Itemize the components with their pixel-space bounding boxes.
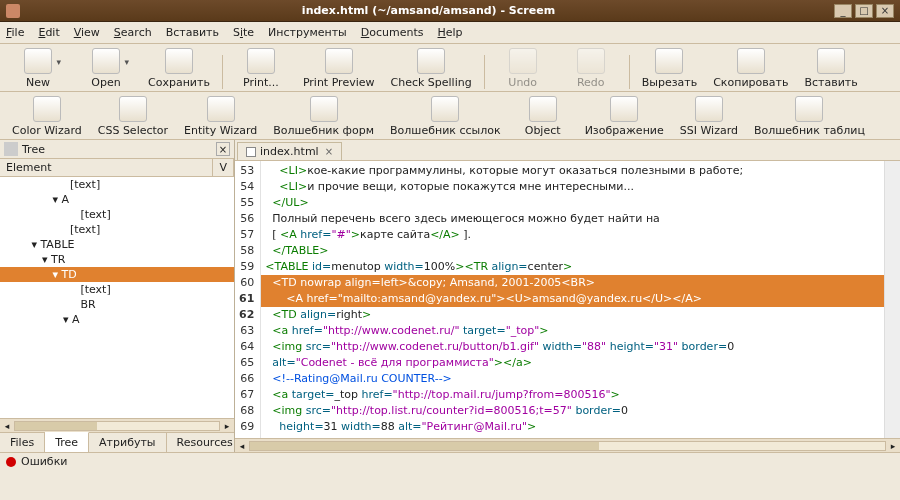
menu-help[interactable]: Help xyxy=(438,26,463,39)
tab-resources[interactable]: Resources xyxy=(167,433,244,452)
redo-icon xyxy=(577,48,605,74)
tree-node[interactable]: ▾ TR xyxy=(0,252,234,267)
tab-tree[interactable]: Tree xyxy=(45,432,89,452)
editor-tab-index[interactable]: index.html × xyxy=(237,142,342,160)
tree-column-element[interactable]: Element xyxy=(0,159,213,176)
undo-icon xyxy=(509,48,537,74)
menu-edit[interactable]: Edit xyxy=(38,26,59,39)
open-button[interactable]: Open xyxy=(80,48,132,89)
code-line[interactable]: <LI>кое-какие программулины, которые мог… xyxy=(261,163,884,179)
tree-node[interactable]: [text] xyxy=(0,207,234,222)
tree-panel-icon xyxy=(4,142,18,156)
print-button[interactable]: Print... xyxy=(235,48,287,89)
menu-tools[interactable]: Инструменты xyxy=(268,26,347,39)
css-selector-button[interactable]: CSS Selector xyxy=(98,96,168,137)
print-preview-button[interactable]: Print Preview xyxy=(303,48,375,89)
menu-site[interactable]: Site xyxy=(233,26,254,39)
code-line[interactable]: [ <A href="#">карте сайта</A> ]. xyxy=(261,227,884,243)
tab-files[interactable]: Files xyxy=(0,433,45,452)
editor-vscrollbar[interactable] xyxy=(884,161,900,438)
document-icon xyxy=(246,147,256,157)
paste-icon xyxy=(817,48,845,74)
error-indicator-icon xyxy=(6,457,16,467)
code-line[interactable]: height=31 width=88 alt="Рейтинг@Mail.ru"… xyxy=(261,419,884,435)
tree-node[interactable]: [text] xyxy=(0,222,234,237)
menu-insert[interactable]: Вставить xyxy=(166,26,219,39)
code-line[interactable]: alt="Codenet - всё для программиста"></a… xyxy=(261,355,884,371)
code-editor[interactable]: <LI>кое-какие программулины, которые мог… xyxy=(261,161,884,438)
code-line[interactable]: Полный перечень всего здесь имеющегося м… xyxy=(261,211,884,227)
color-wizard-button[interactable]: Color Wizard xyxy=(12,96,82,137)
table-icon xyxy=(795,96,823,122)
form-icon xyxy=(310,96,338,122)
menu-documents[interactable]: Documents xyxy=(361,26,424,39)
code-line[interactable]: <A href="mailto:amsand@yandex.ru"><U>ams… xyxy=(261,291,884,307)
tree-node[interactable]: ▾ A xyxy=(0,192,234,207)
code-line[interactable]: <TABLE id=menutop width=100%><TR align=c… xyxy=(261,259,884,275)
copy-button[interactable]: Скопировать xyxy=(713,48,788,89)
tree-node[interactable]: [text] xyxy=(0,177,234,192)
dom-tree[interactable]: [text] ▾ A [text] [text] ▾ TABLE ▾ TR ▾ … xyxy=(0,177,234,418)
preview-icon xyxy=(325,48,353,74)
code-line[interactable]: </UL> xyxy=(261,195,884,211)
image-icon xyxy=(610,96,638,122)
new-file-icon xyxy=(24,48,52,74)
tree-node[interactable]: ▾ A xyxy=(0,312,234,327)
form-wizard-button[interactable]: Волшебник форм xyxy=(273,96,374,137)
tab-close-icon[interactable]: × xyxy=(325,146,333,157)
print-icon xyxy=(247,48,275,74)
ssi-wizard-button[interactable]: SSI Wizard xyxy=(680,96,738,137)
tab-attributes[interactable]: Атрибуты xyxy=(89,433,166,452)
close-button[interactable]: × xyxy=(876,4,894,18)
object-icon xyxy=(529,96,557,122)
menubar: File Edit View Search Вставить Site Инст… xyxy=(0,22,900,44)
code-line[interactable]: <LI>и прочие вещи, которые покажутся мне… xyxy=(261,179,884,195)
window-title: index.html (~/amsand/amsand) - Screem xyxy=(26,4,831,17)
status-errors[interactable]: Ошибки xyxy=(21,455,67,468)
code-line[interactable]: <!--Rating@Mail.ru COUNTER--> xyxy=(261,371,884,387)
menu-file[interactable]: File xyxy=(6,26,24,39)
maximize-button[interactable]: □ xyxy=(855,4,873,18)
save-button[interactable]: Сохранить xyxy=(148,48,210,89)
copy-icon xyxy=(737,48,765,74)
tree-hscrollbar[interactable]: ◂▸ xyxy=(0,418,234,432)
code-line[interactable]: <a target=_top href="http://top.mail.ru/… xyxy=(261,387,884,403)
menu-view[interactable]: View xyxy=(74,26,100,39)
link-icon xyxy=(431,96,459,122)
code-line[interactable]: <img src="http://top.list.ru/counter?id=… xyxy=(261,403,884,419)
menu-search[interactable]: Search xyxy=(114,26,152,39)
undo-button[interactable]: Undo xyxy=(497,48,549,89)
paste-button[interactable]: Вставить xyxy=(804,48,857,89)
tree-node[interactable]: ▾ TD xyxy=(0,267,234,282)
object-button[interactable]: Object xyxy=(517,96,569,137)
tree-column-v[interactable]: V xyxy=(213,159,234,176)
entity-wizard-button[interactable]: Entity Wizard xyxy=(184,96,257,137)
tree-node[interactable]: ▾ TABLE xyxy=(0,237,234,252)
code-line[interactable]: <TD align=right> xyxy=(261,307,884,323)
folder-open-icon xyxy=(92,48,120,74)
table-wizard-button[interactable]: Волшебник таблиц xyxy=(754,96,865,137)
spellcheck-icon xyxy=(417,48,445,74)
tree-node[interactable]: BR xyxy=(0,297,234,312)
ssi-icon xyxy=(695,96,723,122)
editor-hscrollbar[interactable]: ◂▸ xyxy=(235,438,900,452)
minimize-button[interactable]: _ xyxy=(834,4,852,18)
tree-panel-close[interactable]: × xyxy=(216,142,230,156)
app-icon xyxy=(6,4,20,18)
entity-icon xyxy=(207,96,235,122)
code-line[interactable]: <img src="http://www.codenet.ru/button/b… xyxy=(261,339,884,355)
redo-button[interactable]: Redo xyxy=(565,48,617,89)
code-line[interactable]: <a href="http://www.codenet.ru/" target=… xyxy=(261,323,884,339)
image-wizard-button[interactable]: Изображение xyxy=(585,96,664,137)
css-icon xyxy=(119,96,147,122)
code-line[interactable]: </TABLE> xyxy=(261,243,884,259)
code-line[interactable]: <TD nowrap align=left>&copy; Amsand, 200… xyxy=(261,275,884,291)
spellcheck-button[interactable]: Check Spelling xyxy=(391,48,472,89)
editor-tab-label: index.html xyxy=(260,145,319,158)
cut-button[interactable]: Вырезать xyxy=(642,48,697,89)
new-button[interactable]: New xyxy=(12,48,64,89)
scissors-icon xyxy=(655,48,683,74)
color-wizard-icon xyxy=(33,96,61,122)
link-wizard-button[interactable]: Волшебник ссылок xyxy=(390,96,501,137)
tree-node[interactable]: [text] xyxy=(0,282,234,297)
